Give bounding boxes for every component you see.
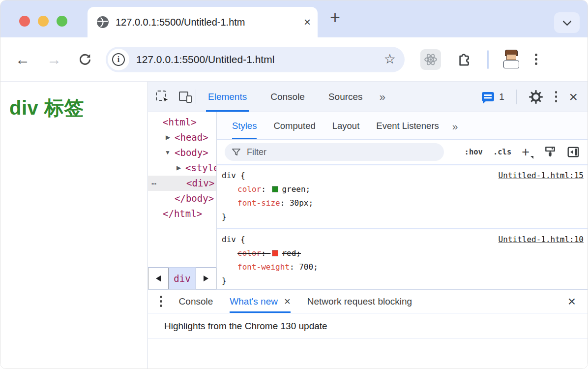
declaration-font-size[interactable]: font-size: 30px;: [222, 196, 584, 210]
address-bar[interactable]: i 127.0.0.1:5500/Untitled-1.html ☆: [106, 47, 405, 72]
more-panels-button[interactable]: »: [452, 112, 458, 139]
css-rule-2: div { Untitled-1.html:10 color: red; fon…: [217, 229, 588, 289]
maximize-window-button[interactable]: [57, 16, 67, 27]
back-button[interactable]: ←: [15, 52, 30, 67]
browser-toolbar: ← → i 127.0.0.1:5500/Untitled-1.html ☆: [0, 37, 588, 82]
drawer-content: Highlights from the Chrome 130 update: [148, 313, 588, 369]
drawer-tab-close-icon[interactable]: ×: [284, 296, 291, 307]
browser-menu-button[interactable]: [535, 54, 537, 65]
devtools-close-icon[interactable]: ×: [569, 90, 578, 104]
extensions-button[interactable]: [457, 52, 472, 67]
color-swatch-green[interactable]: [272, 186, 278, 192]
breadcrumb-scroll-right-button[interactable]: [196, 268, 216, 289]
dom-tree: <html> ▶ <head> ▼ <body> ▶ <style>: [148, 112, 216, 267]
main-area: div 标签 Ele: [0, 82, 588, 369]
styles-panel: Styles Computed Layout Event Listeners »…: [217, 112, 588, 289]
messages-count: 1: [499, 92, 504, 102]
avatar-face: [506, 54, 516, 60]
settings-gear-icon[interactable]: [529, 90, 543, 104]
drawer-tab-network-request-blocking[interactable]: Network request blocking: [307, 290, 412, 313]
tree-node-style[interactable]: ▶ <style>: [148, 160, 216, 176]
device-phone-icon: [186, 95, 192, 103]
rule-selector[interactable]: div: [222, 169, 236, 183]
style-filter-input[interactable]: Filter: [225, 143, 444, 161]
toolbar-divider: [487, 50, 489, 69]
css-rules-list: div { Untitled-1.html:15 color: green; f…: [217, 165, 588, 289]
puzzle-icon: [457, 52, 472, 67]
tree-node-body[interactable]: ▼ <body>: [148, 145, 216, 160]
drawer-tabbar: Console What's new × Network request blo…: [148, 290, 588, 313]
collapsed-arrow-icon[interactable]: ▶: [166, 130, 170, 145]
left-arrow-icon: [156, 276, 161, 281]
page-heading: div 标签: [9, 94, 147, 122]
node-options-icon[interactable]: …: [151, 174, 157, 189]
new-style-rule-button[interactable]: +: [522, 146, 533, 159]
reload-button[interactable]: [78, 53, 92, 66]
tree-node-body-close[interactable]: </body>: [148, 191, 216, 206]
devtools: Elements Console Sources » 1: [148, 82, 588, 369]
styles-toolbar: Filter :hov .cls +: [217, 140, 588, 165]
toggle-hover-state-button[interactable]: :hov: [465, 148, 483, 156]
tree-node-div-selected[interactable]: … <div>: [148, 176, 216, 191]
drawer-tab-whats-new[interactable]: What's new ×: [230, 290, 290, 313]
source-link[interactable]: Untitled-1.html:10: [499, 233, 584, 246]
new-tab-button[interactable]: +: [330, 9, 340, 27]
more-tabs-button[interactable]: »: [380, 82, 385, 112]
react-logo-icon: [423, 52, 438, 67]
tab-console[interactable]: Console: [268, 82, 307, 112]
tree-node-html[interactable]: <html>: [148, 115, 216, 130]
cursor-icon: [162, 97, 169, 104]
rule-selector[interactable]: div: [222, 233, 236, 246]
devtools-drawer: Console What's new × Network request blo…: [148, 289, 588, 369]
toggle-class-button[interactable]: .cls: [493, 148, 511, 156]
browser-tab[interactable]: 127.0.0.1:5500/Untitled-1.htm ×: [88, 7, 318, 37]
devtools-menu-button[interactable]: [555, 91, 558, 102]
globe-icon: [96, 16, 109, 29]
tab-search-button[interactable]: [554, 12, 580, 33]
breadcrumb-item-div[interactable]: div: [169, 268, 196, 289]
tab-strip: 127.0.0.1:5500/Untitled-1.htm × +: [0, 0, 588, 37]
url-text[interactable]: 127.0.0.1:5500/Untitled-1.html: [136, 54, 384, 65]
inspect-element-button[interactable]: [156, 91, 168, 103]
bookmark-star-icon[interactable]: ☆: [384, 53, 396, 66]
drawer-menu-button[interactable]: [160, 296, 162, 307]
topbar-divider-2: [516, 90, 517, 104]
declaration-color-red-overridden[interactable]: color: red;: [222, 246, 584, 260]
whats-new-heading[interactable]: Highlights from the Chrome 130 update: [148, 313, 588, 332]
avatar-body: [503, 61, 519, 68]
react-devtools-extension-button[interactable]: [420, 49, 441, 70]
source-link[interactable]: Untitled-1.html:15: [499, 169, 584, 183]
filter-placeholder: Filter: [247, 147, 266, 157]
drawer-separator: [148, 338, 588, 339]
forward-button[interactable]: →: [47, 52, 61, 67]
tree-node-html-close[interactable]: </html>: [148, 206, 216, 221]
dom-tree-panel: <html> ▶ <head> ▼ <body> ▶ <style>: [148, 112, 217, 289]
tab-close-icon[interactable]: ×: [304, 16, 311, 28]
declaration-font-weight[interactable]: font-weight: 700;: [222, 260, 584, 274]
drawer-close-icon[interactable]: ×: [568, 295, 576, 308]
minimize-window-button[interactable]: [38, 16, 49, 27]
tab-styles[interactable]: Styles: [232, 112, 257, 139]
profile-avatar[interactable]: [502, 50, 520, 69]
tab-event-listeners[interactable]: Event Listeners: [376, 112, 439, 139]
tab-sources[interactable]: Sources: [326, 82, 365, 112]
drawer-tab-console[interactable]: Console: [179, 290, 213, 313]
declaration-color-green[interactable]: color: green;: [222, 183, 584, 196]
info-icon: i: [112, 53, 125, 66]
device-toolbar-button[interactable]: [179, 91, 192, 103]
tab-elements[interactable]: Elements: [206, 82, 249, 112]
expanded-arrow-icon[interactable]: ▼: [165, 145, 171, 160]
tree-node-head[interactable]: ▶ <head>: [148, 130, 216, 145]
close-window-button[interactable]: [19, 16, 30, 27]
dock-sidebar-icon[interactable]: [567, 146, 580, 158]
collapsed-arrow-icon[interactable]: ▶: [176, 160, 181, 176]
tab-computed[interactable]: Computed: [273, 112, 315, 139]
page-viewport: div 标签: [0, 82, 148, 369]
rendering-brush-icon[interactable]: [544, 146, 557, 158]
breadcrumb-scroll-left-button[interactable]: [148, 268, 169, 289]
site-info-button[interactable]: i: [108, 49, 129, 70]
issues-messages-button[interactable]: 1: [482, 92, 504, 102]
css-rule-1: div { Untitled-1.html:15 color: green; f…: [217, 165, 588, 229]
color-swatch-red[interactable]: [272, 250, 278, 256]
tab-layout[interactable]: Layout: [332, 112, 360, 139]
